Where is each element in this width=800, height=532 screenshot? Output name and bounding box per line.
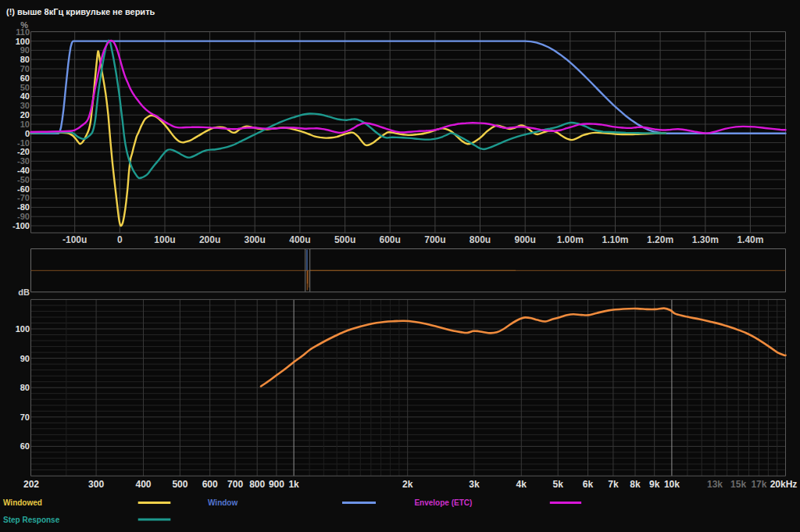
svg-text:20: 20 (20, 110, 30, 120)
svg-text:300: 300 (88, 479, 104, 490)
svg-text:3k: 3k (469, 479, 480, 490)
svg-text:8k: 8k (630, 479, 641, 490)
svg-text:500: 500 (172, 479, 188, 490)
svg-text:90: 90 (20, 45, 30, 55)
svg-text:300u: 300u (245, 234, 266, 245)
svg-text:-90: -90 (17, 212, 30, 221)
svg-text:-100: -100 (12, 221, 30, 230)
svg-text:80: 80 (20, 55, 30, 64)
svg-text:-10: -10 (17, 138, 30, 148)
svg-text:dB: dB (18, 287, 30, 297)
svg-text:%: % (20, 20, 28, 30)
svg-text:50: 50 (20, 83, 30, 92)
svg-text:1.00m: 1.00m (557, 234, 584, 245)
svg-text:90: 90 (20, 354, 30, 363)
svg-text:-70: -70 (17, 193, 30, 202)
svg-text:Step Response: Step Response (3, 516, 60, 524)
svg-text:70: 70 (20, 412, 30, 422)
svg-text:202: 202 (23, 479, 39, 490)
svg-text:1.40m: 1.40m (737, 234, 763, 245)
svg-text:400: 400 (135, 479, 151, 490)
svg-text:13k: 13k (707, 479, 723, 490)
svg-text:6k: 6k (583, 479, 594, 490)
svg-text:700u: 700u (424, 234, 445, 245)
svg-text:-80: -80 (17, 202, 30, 212)
svg-text:70: 70 (20, 64, 30, 73)
svg-text:80: 80 (20, 383, 30, 392)
svg-text:1.30m: 1.30m (692, 234, 719, 245)
svg-text:1k: 1k (288, 479, 299, 490)
svg-text:60: 60 (20, 73, 30, 83)
svg-text:10k: 10k (664, 479, 680, 490)
svg-text:-40: -40 (17, 166, 30, 175)
svg-text:Windowed: Windowed (3, 498, 42, 507)
svg-text:0: 0 (117, 234, 123, 245)
svg-text:1.10m: 1.10m (602, 234, 628, 245)
svg-text:(!) выше 8кГц кривульке не вер: (!) выше 8кГц кривульке не верить (6, 7, 155, 16)
svg-text:100: 100 (16, 37, 30, 46)
svg-text:60: 60 (20, 441, 30, 451)
svg-text:500u: 500u (334, 234, 355, 245)
svg-text:0: 0 (25, 129, 30, 138)
svg-text:-30: -30 (17, 156, 30, 166)
svg-text:-50: -50 (17, 175, 30, 184)
svg-text:Envelope (ETC): Envelope (ETC) (414, 498, 472, 507)
svg-text:-100u: -100u (62, 234, 87, 245)
svg-text:20kHz: 20kHz (770, 479, 798, 490)
svg-text:7k: 7k (608, 479, 619, 490)
svg-text:600: 600 (202, 479, 218, 490)
svg-text:15k: 15k (730, 479, 746, 490)
svg-text:100: 100 (16, 324, 30, 334)
svg-text:4k: 4k (516, 479, 527, 490)
svg-text:5k: 5k (553, 479, 564, 490)
svg-text:1.20m: 1.20m (647, 234, 673, 245)
svg-text:900u: 900u (515, 234, 536, 245)
svg-text:100u: 100u (154, 234, 175, 245)
svg-text:17k: 17k (751, 479, 766, 490)
svg-text:800u: 800u (470, 234, 491, 245)
svg-text:40: 40 (20, 91, 30, 101)
svg-text:900: 900 (269, 479, 284, 490)
svg-text:9k: 9k (649, 479, 660, 490)
svg-text:Window: Window (208, 498, 238, 507)
svg-text:700: 700 (227, 479, 243, 490)
svg-text:200u: 200u (199, 234, 220, 245)
svg-text:-20: -20 (17, 147, 30, 156)
svg-text:400u: 400u (289, 234, 310, 245)
svg-text:2k: 2k (402, 479, 413, 490)
svg-text:-60: -60 (17, 184, 30, 194)
svg-text:10: 10 (20, 120, 30, 129)
svg-text:600u: 600u (380, 234, 401, 245)
svg-text:30: 30 (20, 101, 30, 110)
svg-text:800: 800 (249, 479, 265, 490)
